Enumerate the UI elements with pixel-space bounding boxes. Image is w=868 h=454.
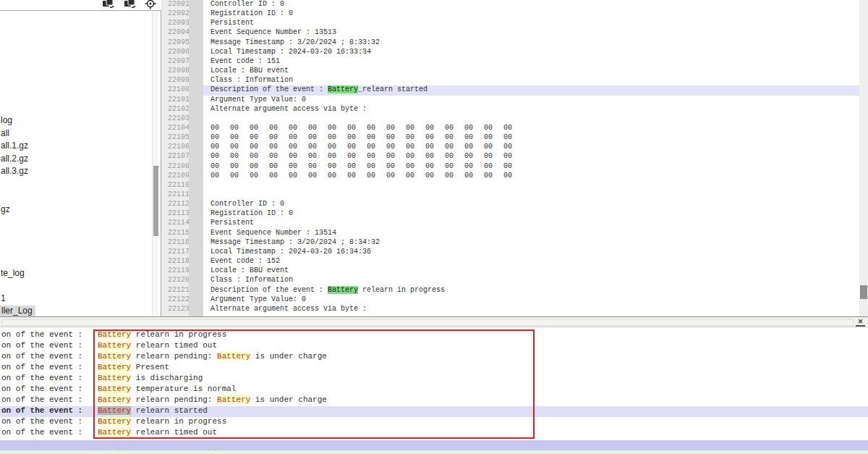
close-results-icon[interactable]: ✕ (856, 318, 865, 327)
log-line[interactable] (203, 190, 859, 201)
log-text: Alternate argument access via byte : (210, 105, 367, 113)
log-line[interactable]: Local Timestamp : 2024-03-20 16:33:34 (203, 48, 859, 58)
line-number: 22123 (168, 305, 189, 315)
result-row-selected[interactable]: on of the event :Battery relearn started (0, 406, 868, 417)
match-highlight: Battery (98, 428, 131, 437)
sidebar-item-gz[interactable]: gz (1, 204, 10, 215)
sidebar-item-all-3-gz[interactable]: all.3.gz (1, 166, 28, 177)
compare-files-right-icon[interactable] (123, 0, 136, 9)
log-line[interactable]: Alternate argument access via byte : (203, 305, 859, 315)
log-line[interactable]: Alternate argument access via byte : (203, 105, 859, 115)
horizontal-scrollbar-track[interactable] (1, 319, 854, 326)
result-row[interactable]: on of the event :Battery relearn in prog… (0, 417, 868, 428)
line-number: 22107 (168, 152, 189, 162)
log-line[interactable]: Controller ID : 0 (203, 0, 859, 10)
log-text: 00 00 00 00 00 00 00 00 00 00 00 00 00 0… (210, 143, 512, 151)
line-number: 22099 (168, 76, 189, 86)
result-row[interactable]: on of the event :Battery relearn pending… (0, 352, 868, 363)
log-line[interactable]: Event Sequence Number : 13514 (203, 229, 859, 239)
log-line[interactable]: Controller ID : 0 (203, 200, 859, 210)
line-number: 22103 (168, 114, 189, 125)
log-text: Class : Information (210, 76, 293, 84)
log-line[interactable]: Message Timestamp : 3/20/2024 ; 8:34:32 (203, 238, 859, 248)
log-text: Persistent (210, 219, 254, 227)
result-text: Battery relearn pending: Battery is unde… (98, 352, 327, 361)
sidebar-item-1[interactable]: 1 (1, 293, 6, 304)
log-line[interactable]: 00 00 00 00 00 00 00 00 00 00 00 00 00 0… (203, 152, 859, 162)
result-row[interactable]: on of the event :Battery relearn pending… (0, 395, 868, 406)
result-row[interactable]: on of the event :Battery relearn in prog… (0, 330, 868, 341)
log-line[interactable]: Locale : BBU event (203, 266, 859, 277)
result-prefix: on of the event : (1, 395, 82, 404)
log-text: Registration ID : 0 (210, 209, 293, 217)
log-text: Local Timestamp : 2024-03-20 16:33:34 (210, 48, 371, 56)
log-line[interactable]: Local Timestamp : 2024-03-20 16:34:36 (203, 248, 859, 258)
compare-files-left-icon[interactable] (101, 0, 114, 9)
sidebar-item-all[interactable]: all (1, 128, 9, 139)
match-highlight: Battery (98, 384, 131, 393)
log-line[interactable]: Event code : 152 (203, 257, 859, 267)
log-text: Persistent (210, 19, 254, 27)
sidebar-item-all-1-gz[interactable]: all.1.gz (1, 140, 28, 151)
log-text: relearn timed out (131, 428, 217, 437)
result-text: Battery relearn started (98, 406, 208, 415)
result-text: Battery relearn timed out (98, 341, 217, 350)
log-line[interactable]: Description of the event : Battery relea… (203, 286, 859, 296)
result-prefix: on of the event : (1, 341, 82, 350)
line-number: 22106 (168, 143, 189, 153)
result-row[interactable]: on of the event :Battery Present (0, 363, 868, 374)
editor-scrollbar-thumb[interactable] (860, 285, 867, 299)
log-line[interactable]: Class : Information (203, 276, 859, 286)
log-text: relearn started (131, 406, 208, 415)
log-text: Registration ID : 0 (210, 9, 293, 17)
log-line[interactable]: Event code : 151 (203, 57, 859, 67)
result-row[interactable]: on of the event :Battery relearn timed o… (0, 341, 868, 352)
line-number: 22116 (168, 238, 189, 248)
log-line[interactable]: Class : Information (203, 76, 859, 86)
result-row[interactable]: on of the event :Battery relearn timed o… (0, 428, 868, 439)
log-line[interactable]: Persistent (203, 19, 859, 29)
match-highlight: Battery (328, 85, 358, 93)
log-text: relearn pending: (131, 395, 217, 404)
log-text: Message Timestamp : 3/20/2024 ; 8:34:32 (210, 238, 380, 246)
log-text: Class : Information (210, 276, 293, 284)
result-row[interactable]: on of the event :Battery is discharging (0, 374, 868, 384)
log-line[interactable]: Registration ID : 0 (203, 9, 859, 20)
log-line[interactable] (203, 114, 859, 125)
log-line[interactable]: Argument Type Value: 0 (203, 295, 859, 306)
search-results-panel: on of the event :Battery relearn in prog… (0, 327, 868, 440)
line-number: 22097 (168, 57, 189, 67)
sidebar-item-all-2-gz[interactable]: all.2.gz (1, 154, 28, 164)
line-number: 22121 (168, 286, 189, 296)
log-text: relearn in progress (131, 417, 226, 426)
log-line[interactable]: Locale : BBU event (203, 67, 859, 77)
sidebar-item-log[interactable]: log (1, 115, 12, 126)
sidebar-scrollbar-track[interactable] (152, 12, 158, 316)
log-line[interactable]: 00 00 00 00 00 00 00 00 00 00 00 00 00 0… (203, 162, 859, 172)
log-line-current[interactable]: Description of the event : Battery_relea… (203, 85, 859, 96)
log-line[interactable]: Argument Type Value: 0 (203, 96, 859, 106)
log-line[interactable] (203, 181, 859, 191)
log-text: relearn timed out (131, 341, 217, 350)
log-line[interactable]: 00 00 00 00 00 00 00 00 00 00 00 00 00 0… (203, 172, 859, 182)
sidebar-scrollbar-thumb[interactable] (153, 166, 158, 236)
sidebar-item-te-log[interactable]: te_log (1, 268, 25, 279)
line-number: 22102 (168, 105, 189, 115)
log-line[interactable]: Persistent (203, 219, 859, 229)
editor-scrollbar-track[interactable] (859, 0, 868, 316)
log-line[interactable]: 00 00 00 00 00 00 00 00 00 00 00 00 00 0… (203, 133, 859, 143)
locate-target-icon[interactable] (145, 0, 158, 9)
log-line[interactable]: Registration ID : 0 (203, 209, 859, 219)
log-text: is discharging (131, 374, 203, 382)
log-line[interactable]: 00 00 00 00 00 00 00 00 00 00 00 00 00 0… (203, 124, 859, 134)
log-line[interactable]: 00 00 00 00 00 00 00 00 00 00 00 00 00 0… (203, 143, 859, 153)
log-text: Argument Type Value: 0 (210, 295, 306, 303)
result-row[interactable]: on of the event :Battery temperature is … (0, 384, 868, 395)
log-text: Locale : BBU event (210, 67, 289, 75)
log-line[interactable]: Message Timestamp : 3/20/2024 ; 8:33:32 (203, 38, 859, 49)
line-number: 22120 (168, 276, 189, 286)
log-editor[interactable]: Controller ID : 0Registration ID : 0Pers… (203, 0, 859, 316)
log-text: temperature is normal (131, 384, 236, 393)
log-line[interactable]: Event Sequence Number : 13513 (203, 28, 859, 38)
log-text: relearn in progress (131, 330, 226, 339)
